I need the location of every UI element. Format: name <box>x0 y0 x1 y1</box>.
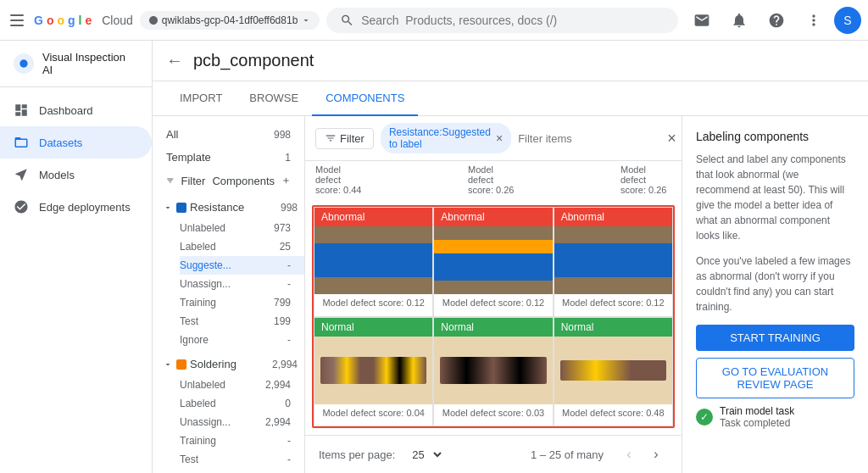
items-per-page-selector[interactable]: 25 50 100 <box>409 448 444 462</box>
all-row[interactable]: All 998 <box>153 123 304 146</box>
sidebar-item-edge-deployments[interactable]: Edge deployments <box>0 191 152 223</box>
dashboard-icon <box>14 103 29 118</box>
resistance-test[interactable]: Test 199 <box>180 312 304 331</box>
task-complete: ✓ Train model task Task completed <box>696 405 854 429</box>
search-bar[interactable] <box>326 8 678 33</box>
filter-row: Filter Components <box>153 169 304 192</box>
resistance-ignore[interactable]: Ignore - <box>180 331 304 349</box>
soldering-unassign[interactable]: Unassign... 2,994 <box>180 413 304 431</box>
resistance-labeled[interactable]: Labeled 25 <box>180 237 304 256</box>
template-label: Template <box>166 151 211 164</box>
template-row[interactable]: Template 1 <box>153 146 304 169</box>
filter-label: Filter <box>181 175 206 187</box>
image-label-4: Normal <box>434 318 552 337</box>
chevron-down-icon-2 <box>163 359 173 370</box>
filter-btn-label: Filter <box>340 132 364 145</box>
soldering-training[interactable]: Training - <box>180 431 304 450</box>
score-row-top: Model defect score: 0.44 Model defect sc… <box>305 161 682 198</box>
page-nav: ‹ › <box>617 442 668 466</box>
soldering-unlabeled[interactable]: Unlabeled 2,994 <box>180 376 304 394</box>
resistance-section: Resistance 998 Unlabeled 973 Labeled 25 <box>153 196 304 349</box>
more-options-icon[interactable] <box>797 3 831 37</box>
resistance-training[interactable]: Training 799 <box>180 293 304 312</box>
go-to-evaluation-button[interactable]: GO TO EVALUATION REVIEW PAGE <box>696 358 854 398</box>
image-card-4[interactable]: Normal Model defect score: 0.03 <box>433 317 553 427</box>
resistance-unlabeled[interactable]: Unlabeled 973 <box>180 219 304 237</box>
all-count: 998 <box>274 129 291 141</box>
soldering-color-dot <box>176 359 186 370</box>
left-panel: All 998 Template 1 Filter Components <box>153 116 305 473</box>
filter-button[interactable]: Filter <box>315 128 374 149</box>
search-icon <box>340 13 354 28</box>
resistance-unassign[interactable]: Unassign... - <box>180 275 304 293</box>
avatar[interactable]: S <box>834 7 861 34</box>
right-panel-title: Labeling components <box>696 130 854 143</box>
resistance-suggested[interactable]: Suggeste... - <box>180 256 304 275</box>
clear-filter-button[interactable]: × <box>667 130 676 147</box>
tab-import[interactable]: IMPORT <box>166 81 236 116</box>
tabs: IMPORT BROWSE COMPONENTS <box>153 81 868 116</box>
right-panel: Labeling components Select and label any… <box>682 116 868 473</box>
project-chip[interactable]: qwiklabs-gcp-04-1df0eff6d81b <box>140 11 320 30</box>
sidebar-item-dashboard[interactable]: Dashboard <box>0 94 152 126</box>
sidebar-item-models-label: Models <box>39 169 75 181</box>
image-card-3[interactable]: Normal Model defect score: 0.04 <box>314 317 433 427</box>
tab-browse[interactable]: BROWSE <box>236 81 312 116</box>
center-panel: Filter Resistance:Suggested to label × × <box>305 116 682 473</box>
image-card-5[interactable]: Normal Model defect score: 0.48 <box>554 317 673 427</box>
sidebar-nav: Dashboard Datasets Models Edge deploymen… <box>0 87 152 230</box>
image-card-2[interactable]: Abnormal Model defect score: 0.12 <box>554 207 673 317</box>
image-thumb-1 <box>434 226 552 294</box>
datasets-icon <box>14 135 29 150</box>
app-layout: Visual Inspection AI Dashboard Datasets … <box>0 41 868 473</box>
check-icon: ✓ <box>696 409 713 426</box>
sidebar-item-edge-deployments-label: Edge deployments <box>39 201 131 214</box>
image-label-0: Abnormal <box>314 208 432 226</box>
search-input[interactable] <box>361 14 665 27</box>
image-thumb-4 <box>434 337 552 404</box>
sidebar-item-dashboard-label: Dashboard <box>39 104 93 117</box>
menu-icon[interactable] <box>7 10 27 31</box>
soldering-labeled[interactable]: Labeled 0 <box>180 394 304 413</box>
right-panel-text2: Once you've labeled a few images as abno… <box>696 253 854 314</box>
notifications-icon[interactable] <box>722 3 756 37</box>
sidebar-item-models[interactable]: Models <box>0 159 152 191</box>
image-score-2: Model defect score: 0.12 <box>554 294 672 311</box>
support-icon[interactable] <box>685 3 719 37</box>
resistance-color-dot <box>176 203 186 213</box>
soldering-ignore[interactable]: Ignore - <box>180 469 304 473</box>
score-top-2: Model defect score: 0.26 <box>620 164 671 195</box>
top-bar-right: S <box>685 3 861 37</box>
image-thumb-2 <box>554 226 672 294</box>
image-card-1[interactable]: Abnormal Model defect score: 0.12 <box>433 207 553 317</box>
chevron-down-icon <box>163 203 173 213</box>
models-icon <box>14 167 29 182</box>
add-filter-icon[interactable] <box>281 174 291 187</box>
prev-page-button[interactable]: ‹ <box>617 442 641 466</box>
filter-chip-close[interactable]: × <box>496 131 503 145</box>
soldering-test[interactable]: Test - <box>180 450 304 469</box>
components-label: Components <box>212 175 275 187</box>
sidebar-item-datasets[interactable]: Datasets <box>0 126 152 159</box>
top-bar: Google Cloud qwiklabs-gcp-04-1df0eff6d81… <box>0 0 868 41</box>
next-page-button[interactable]: › <box>644 442 668 466</box>
soldering-sub: Unlabeled 2,994 Labeled 0 Unassign... 2,… <box>153 376 304 473</box>
image-label-1: Abnormal <box>434 208 552 226</box>
score-top-0: Model defect score: 0.44 <box>315 164 366 195</box>
tab-components[interactable]: COMPONENTS <box>312 81 418 116</box>
sidebar-product: Visual Inspection AI <box>0 41 152 87</box>
help-icon[interactable] <box>760 3 793 37</box>
project-label: qwiklabs-gcp-04-1df0eff6d81b <box>162 14 298 26</box>
back-button[interactable]: ← <box>166 51 183 70</box>
google-cloud-logo: Google Cloud <box>34 14 133 27</box>
items-per-page-select[interactable]: 25 50 100 <box>409 448 444 462</box>
filter-items-input[interactable] <box>518 132 660 145</box>
filter-chip-label: Resistance:Suggested to label <box>389 126 491 150</box>
product-name: Visual Inspection AI <box>42 51 138 76</box>
filter-chip: Resistance:Suggested to label × <box>381 123 511 153</box>
task-info: Train model task Task completed <box>720 405 794 429</box>
resistance-header[interactable]: Resistance 998 <box>153 196 304 219</box>
start-training-button[interactable]: START TRAINING <box>696 325 854 351</box>
image-card-0[interactable]: Abnormal Model defect score: 0.12 <box>314 207 433 317</box>
soldering-header[interactable]: Soldering 2,994 <box>153 353 304 376</box>
